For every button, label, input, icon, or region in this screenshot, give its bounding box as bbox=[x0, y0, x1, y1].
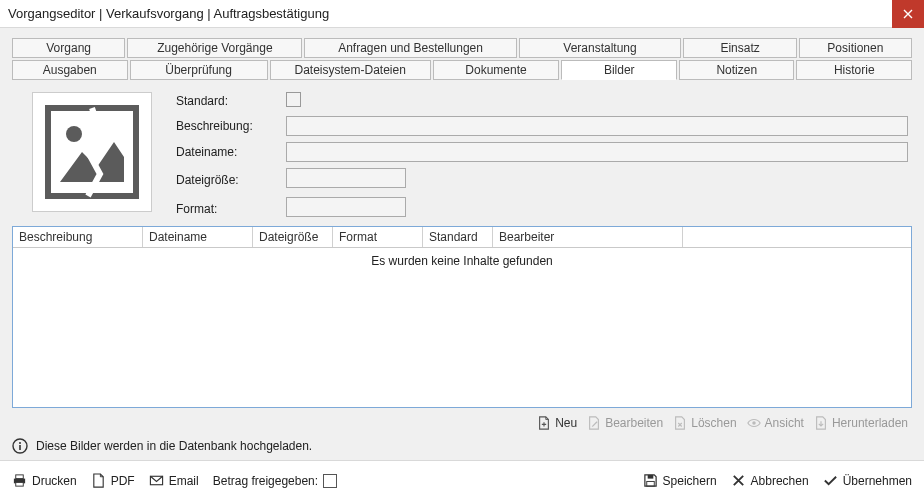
col-dateigroesse[interactable]: Dateigröße bbox=[253, 227, 333, 247]
tab-anfragen[interactable]: Anfragen und Bestellungen bbox=[304, 38, 516, 58]
tab-vorgang[interactable]: Vorgang bbox=[12, 38, 125, 58]
svg-rect-7 bbox=[19, 445, 21, 450]
tabs-row-2: Ausgaben Überprüfung Dateisystem-Dateien… bbox=[12, 60, 912, 80]
work-area: Vorgang Zugehörige Vorgänge Anfragen und… bbox=[0, 28, 924, 460]
image-table: Beschreibung Dateiname Dateigröße Format… bbox=[12, 226, 912, 408]
format-label: Format: bbox=[176, 202, 286, 216]
broken-image-icon bbox=[42, 102, 142, 202]
betrag-checkbox[interactable] bbox=[323, 474, 337, 488]
format-field[interactable] bbox=[286, 197, 406, 217]
col-format[interactable]: Format bbox=[333, 227, 423, 247]
tab-ueberpruefung[interactable]: Überprüfung bbox=[130, 60, 268, 80]
tab-positionen[interactable]: Positionen bbox=[799, 38, 912, 58]
svg-point-4 bbox=[752, 421, 756, 425]
footer-right: Speichern Abbrechen Übernehmen bbox=[643, 473, 912, 488]
dateigroesse-label: Dateigröße: bbox=[176, 173, 286, 187]
speichern-button[interactable]: Speichern bbox=[643, 473, 717, 488]
svg-rect-12 bbox=[647, 475, 653, 479]
tab-einsatz[interactable]: Einsatz bbox=[683, 38, 796, 58]
betrag-freigegeben: Betrag freigegeben: bbox=[213, 474, 337, 488]
tab-bilder[interactable]: Bilder bbox=[561, 60, 677, 80]
form-fields: Standard: Beschreibung: Dateiname: Datei… bbox=[176, 92, 908, 220]
col-beschreibung[interactable]: Beschreibung bbox=[13, 227, 143, 247]
table-empty-text: Es wurden keine Inhalte gefunden bbox=[13, 248, 911, 407]
pdf-icon bbox=[91, 473, 106, 488]
footer-left: Drucken PDF Email Betrag freigegeben: bbox=[12, 473, 337, 488]
svg-point-6 bbox=[19, 442, 21, 444]
standard-checkbox[interactable] bbox=[286, 92, 301, 107]
info-row: Diese Bilder werden in die Datenbank hoc… bbox=[12, 434, 912, 456]
window-title: Vorgangseditor | Verkaufsvorgang | Auftr… bbox=[8, 6, 329, 21]
neu-button[interactable]: Neu bbox=[533, 414, 581, 432]
tab-historie[interactable]: Historie bbox=[796, 60, 912, 80]
email-button[interactable]: Email bbox=[149, 473, 199, 488]
loeschen-button[interactable]: Löschen bbox=[669, 414, 740, 432]
col-standard[interactable]: Standard bbox=[423, 227, 493, 247]
dateiname-field[interactable] bbox=[286, 142, 908, 162]
drucken-button[interactable]: Drucken bbox=[12, 473, 77, 488]
bearbeiten-button[interactable]: Bearbeiten bbox=[583, 414, 667, 432]
svg-rect-13 bbox=[646, 481, 654, 486]
tabs-row-1: Vorgang Zugehörige Vorgänge Anfragen und… bbox=[12, 38, 912, 58]
uebernehmen-button[interactable]: Übernehmen bbox=[823, 473, 912, 488]
tab-notizen[interactable]: Notizen bbox=[679, 60, 795, 80]
print-icon bbox=[12, 473, 27, 488]
eye-icon bbox=[747, 416, 761, 430]
beschreibung-field[interactable] bbox=[286, 116, 908, 136]
abbrechen-button[interactable]: Abbrechen bbox=[731, 473, 809, 488]
svg-point-2 bbox=[66, 126, 82, 142]
col-dateiname[interactable]: Dateiname bbox=[143, 227, 253, 247]
file-download-icon bbox=[814, 416, 828, 430]
tab-ausgaben[interactable]: Ausgaben bbox=[12, 60, 128, 80]
table-head: Beschreibung Dateiname Dateigröße Format… bbox=[13, 227, 911, 248]
info-icon bbox=[12, 438, 28, 454]
svg-rect-8 bbox=[16, 475, 24, 479]
email-icon bbox=[149, 473, 164, 488]
footer: Drucken PDF Email Betrag freigegeben: Sp… bbox=[0, 460, 924, 500]
tab-dokumente[interactable]: Dokumente bbox=[433, 60, 560, 80]
image-placeholder bbox=[32, 92, 152, 212]
check-icon bbox=[823, 473, 838, 488]
dateigroesse-field[interactable] bbox=[286, 168, 406, 188]
form-panel: Standard: Beschreibung: Dateiname: Datei… bbox=[12, 80, 912, 226]
beschreibung-label: Beschreibung: bbox=[176, 119, 286, 133]
close-icon bbox=[903, 9, 913, 19]
file-delete-icon bbox=[673, 416, 687, 430]
tab-veranstaltung[interactable]: Veranstaltung bbox=[519, 38, 682, 58]
col-bearbeiter[interactable]: Bearbeiter bbox=[493, 227, 683, 247]
svg-rect-10 bbox=[16, 482, 24, 486]
ansicht-button[interactable]: Ansicht bbox=[743, 414, 808, 432]
pdf-button[interactable]: PDF bbox=[91, 473, 135, 488]
file-plus-icon bbox=[537, 416, 551, 430]
cancel-icon bbox=[731, 473, 746, 488]
window-titlebar: Vorgangseditor | Verkaufsvorgang | Auftr… bbox=[0, 0, 924, 28]
info-text: Diese Bilder werden in die Datenbank hoc… bbox=[36, 439, 312, 453]
standard-label: Standard: bbox=[176, 94, 286, 108]
action-row: Neu Bearbeiten Löschen Ansicht Herunterl… bbox=[12, 408, 912, 434]
window-close-button[interactable] bbox=[892, 0, 924, 28]
tab-dateisystem[interactable]: Dateisystem-Dateien bbox=[270, 60, 431, 80]
tab-zugehoerige[interactable]: Zugehörige Vorgänge bbox=[127, 38, 302, 58]
file-edit-icon bbox=[587, 416, 601, 430]
save-icon bbox=[643, 473, 658, 488]
dateiname-label: Dateiname: bbox=[176, 145, 286, 159]
tabs-area: Vorgang Zugehörige Vorgänge Anfragen und… bbox=[12, 38, 912, 80]
herunterladen-button[interactable]: Herunterladen bbox=[810, 414, 912, 432]
